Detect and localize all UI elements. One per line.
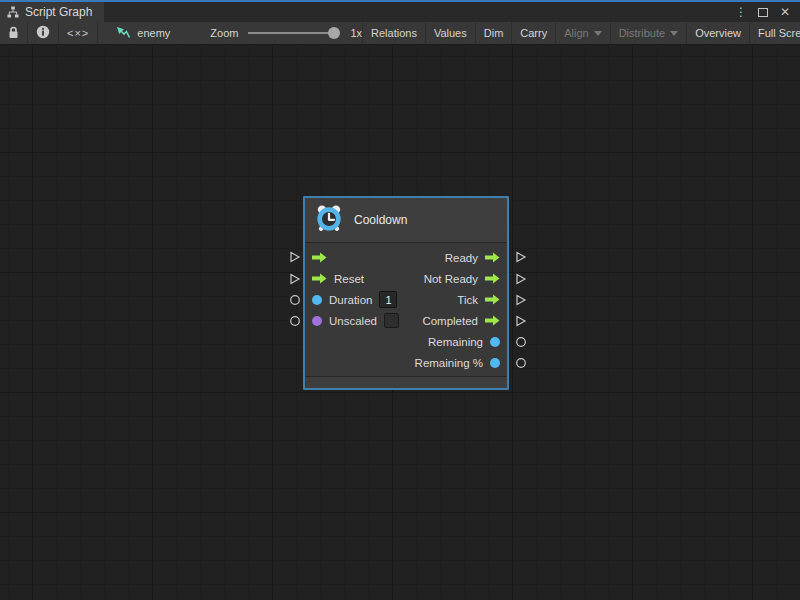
info-icon xyxy=(36,25,50,41)
port-row: Duration Tick xyxy=(305,289,507,310)
chevron-down-icon xyxy=(670,31,678,36)
zoom-slider-handle[interactable] xyxy=(328,27,340,39)
toolbar-right-group: Relations Values Dim Carry Align Distrib… xyxy=(362,22,800,44)
flow-arrow-icon xyxy=(485,273,500,284)
code-icon: <×> xyxy=(67,27,89,39)
not-ready-label: Not Ready xyxy=(424,273,478,285)
remaining-label: Remaining xyxy=(428,336,483,348)
completed-flow-port[interactable]: Completed xyxy=(422,315,500,327)
graph-canvas[interactable]: Cooldown Ready xyxy=(0,45,800,600)
close-icon[interactable]: ✕ xyxy=(776,4,794,20)
outer-value-input-port[interactable] xyxy=(289,294,301,306)
window-controls: ⋮ ✕ xyxy=(732,2,800,22)
relations-button[interactable]: Relations xyxy=(362,22,425,44)
overview-button[interactable]: Overview xyxy=(686,22,749,44)
graph-icon xyxy=(7,6,19,18)
cooldown-node[interactable]: Cooldown Ready xyxy=(303,196,509,390)
graph-toolbar: <×> enemy Zoom 1x Relations Values Dim xyxy=(0,22,800,45)
reset-label: Reset xyxy=(334,273,364,285)
full-screen-button[interactable]: Full Screen xyxy=(749,22,800,44)
breadcrumb[interactable]: enemy xyxy=(116,26,170,41)
align-label: Align xyxy=(564,27,588,39)
reset-flow-port[interactable]: Reset xyxy=(312,273,364,285)
remaining-value-port[interactable]: Remaining xyxy=(428,336,500,348)
tab-bar: Script Graph ⋮ ✕ xyxy=(0,2,800,22)
value-port-icon xyxy=(490,358,500,368)
cooldown-node-header[interactable]: Cooldown xyxy=(305,198,507,242)
flow-arrow-icon xyxy=(485,252,500,263)
outer-flow-output-port[interactable] xyxy=(515,251,527,263)
zoom-slider[interactable] xyxy=(248,27,340,39)
lock-icon xyxy=(8,26,19,41)
port-row: Ready xyxy=(305,247,507,268)
script-graph-window: Script Graph ⋮ ✕ xyxy=(0,0,800,600)
tab-label: Script Graph xyxy=(25,5,92,19)
code-view-button[interactable]: <×> xyxy=(59,22,98,44)
value-port-icon xyxy=(312,295,322,305)
port-row: Reset Not Ready xyxy=(305,268,507,289)
lock-button[interactable] xyxy=(0,22,28,44)
duration-value-port[interactable]: Duration xyxy=(312,291,397,308)
outer-flow-output-port[interactable] xyxy=(515,294,527,306)
outer-flow-input-port[interactable] xyxy=(289,251,301,263)
unscaled-value-port[interactable]: Unscaled xyxy=(312,313,399,328)
not-ready-flow-port[interactable]: Not Ready xyxy=(424,273,500,285)
flow-arrow-icon xyxy=(485,294,500,305)
node-title: Cooldown xyxy=(354,213,407,227)
graph-pointer-icon xyxy=(116,26,131,41)
maximize-box xyxy=(758,8,768,17)
node-footer xyxy=(305,377,507,388)
duration-label: Duration xyxy=(329,294,372,306)
carry-button[interactable]: Carry xyxy=(511,22,555,44)
completed-label: Completed xyxy=(422,315,478,327)
maximize-icon[interactable] xyxy=(754,4,772,20)
distribute-dropdown[interactable]: Distribute xyxy=(610,22,686,44)
unscaled-label: Unscaled xyxy=(329,315,377,327)
outer-value-output-port[interactable] xyxy=(515,336,527,348)
flow-arrow-icon xyxy=(312,252,327,263)
chevron-down-icon xyxy=(594,31,602,36)
zoom-label: Zoom xyxy=(210,27,238,39)
align-dropdown[interactable]: Align xyxy=(555,22,609,44)
zoom-control: Zoom 1x xyxy=(210,27,362,39)
duration-input[interactable] xyxy=(379,291,397,308)
remaining-pct-value-port[interactable]: Remaining % xyxy=(415,357,500,369)
info-button[interactable] xyxy=(28,22,59,44)
distribute-label: Distribute xyxy=(619,27,665,39)
tick-label: Tick xyxy=(457,294,478,306)
enter-flow-port[interactable] xyxy=(312,252,327,263)
outer-flow-output-port[interactable] xyxy=(515,273,527,285)
zoom-slider-track xyxy=(248,32,340,34)
tick-flow-port[interactable]: Tick xyxy=(457,294,500,306)
tab-script-graph[interactable]: Script Graph xyxy=(0,2,104,22)
node-body: Ready Reset Not Ready xyxy=(305,243,507,376)
remaining-pct-label: Remaining % xyxy=(415,357,483,369)
unscaled-checkbox[interactable] xyxy=(384,313,399,328)
port-row: Remaining xyxy=(305,331,507,352)
breadcrumb-label: enemy xyxy=(137,27,170,39)
ready-label: Ready xyxy=(445,252,478,264)
menu-icon[interactable]: ⋮ xyxy=(732,4,750,20)
outer-value-input-port[interactable] xyxy=(289,315,301,327)
ready-flow-port[interactable]: Ready xyxy=(445,252,500,264)
alarm-clock-icon xyxy=(315,204,343,236)
value-port-icon xyxy=(312,316,322,326)
flow-arrow-icon xyxy=(312,273,327,284)
dim-button[interactable]: Dim xyxy=(475,22,512,44)
port-row: Remaining % xyxy=(305,352,507,373)
outer-flow-output-port[interactable] xyxy=(515,315,527,327)
outer-flow-input-port[interactable] xyxy=(289,273,301,285)
values-button[interactable]: Values xyxy=(425,22,475,44)
zoom-value: 1x xyxy=(350,27,362,39)
value-port-icon xyxy=(490,337,500,347)
port-row: Unscaled Completed xyxy=(305,310,507,331)
outer-value-output-port[interactable] xyxy=(515,357,527,369)
flow-arrow-icon xyxy=(485,315,500,326)
